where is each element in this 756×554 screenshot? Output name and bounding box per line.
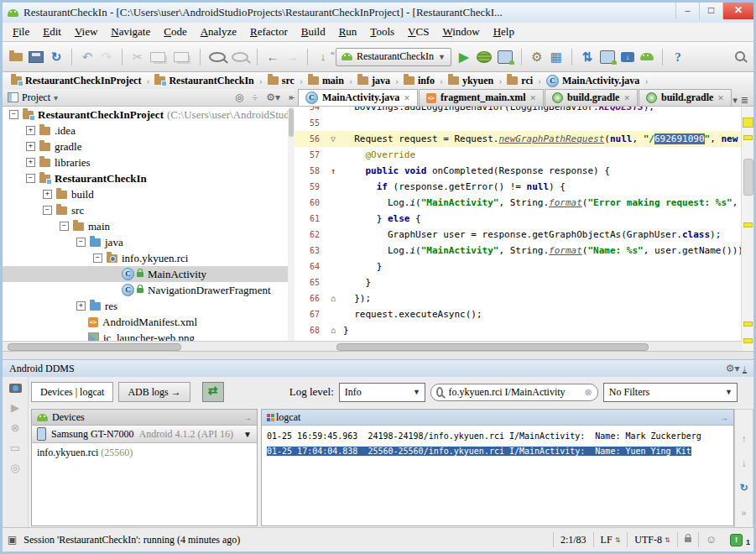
- collapse-all-icon[interactable]: ÷: [250, 91, 261, 104]
- toggle-toolwindows-icon[interactable]: ▣: [8, 534, 17, 546]
- gradle-sync-icon[interactable]: ⇅: [581, 50, 594, 65]
- warning-marker[interactable]: [743, 222, 753, 227]
- menu-window[interactable]: Window: [435, 24, 486, 40]
- tree-row[interactable]: −main: [3, 218, 295, 234]
- tree-row[interactable]: −java: [3, 234, 295, 250]
- maximize-button[interactable]: □: [699, 3, 722, 19]
- scrollbar-thumb[interactable]: [8, 343, 181, 351]
- tree-expand-toggle[interactable]: −: [43, 206, 52, 215]
- tab-dropdown-icon[interactable]: ▾: [733, 95, 738, 106]
- breadcrumb-item[interactable]: java: [356, 75, 392, 87]
- scrollbar-thumb[interactable]: [336, 343, 649, 351]
- warning-marker[interactable]: [743, 135, 753, 140]
- tree-expand-toggle[interactable]: −: [93, 253, 102, 263]
- save-all-icon[interactable]: [29, 51, 44, 63]
- back-icon[interactable]: ←: [266, 50, 279, 65]
- encoding-selector[interactable]: UTF-8⇅: [627, 532, 676, 547]
- log-line[interactable]: 01-25 16:59:45.963 24198-24198/info.ykyu…: [267, 429, 733, 444]
- tree-expand-toggle[interactable]: −: [26, 174, 35, 183]
- scroll-down-icon[interactable]: ↓: [742, 457, 747, 470]
- scroll-up-icon[interactable]: ↑: [742, 433, 747, 446]
- open-folder-icon[interactable]: [9, 53, 23, 61]
- device-monitor-icon[interactable]: [640, 53, 654, 60]
- close-tab-icon[interactable]: ✕: [404, 94, 410, 102]
- search-input[interactable]: [447, 385, 581, 400]
- minimize-button[interactable]: –: [675, 3, 699, 19]
- close-tab-icon[interactable]: ✕: [530, 94, 537, 102]
- filters-dropdown[interactable]: No Filters ▼: [603, 383, 738, 402]
- toolbar-search-icon[interactable]: [735, 50, 745, 65]
- menu-refactor[interactable]: Refactor: [243, 24, 295, 40]
- tree-row[interactable]: −src: [3, 202, 295, 218]
- tree-row[interactable]: +.idea: [3, 123, 295, 138]
- view-options-gear-icon[interactable]: ⚙▾: [263, 91, 283, 104]
- log-line[interactable]: 01-25 17:04:04.838 25560-25560/info.ykyu…: [267, 444, 733, 459]
- tree-expand-toggle[interactable]: +: [26, 126, 35, 135]
- warning-marker[interactable]: [743, 338, 753, 343]
- tree-expand-toggle[interactable]: +: [76, 301, 86, 311]
- breadcrumb-item[interactable]: RestaurantCheckIn: [153, 75, 255, 87]
- caret-position[interactable]: 2:1/83: [553, 532, 593, 547]
- fold-marker-icon[interactable]: ▽: [326, 131, 340, 147]
- screen-capture-icon[interactable]: [9, 384, 22, 393]
- editor-tab-fragment_main-xml[interactable]: <>fragment_main.xml✕: [419, 89, 544, 106]
- menu-file[interactable]: File: [6, 24, 36, 40]
- panel-menu-icon[interactable]: →: [243, 413, 252, 422]
- close-tab-icon[interactable]: ✕: [623, 94, 630, 102]
- close-tab-icon[interactable]: ✕: [717, 94, 724, 102]
- fold-marker-icon[interactable]: ⌂: [326, 322, 340, 338]
- locate-file-icon[interactable]: ◎: [232, 91, 246, 104]
- undo-icon[interactable]: ↶: [81, 50, 94, 65]
- line-separator-selector[interactable]: LF⇅: [593, 532, 628, 547]
- tree-row[interactable]: CNavigationDrawerFragment: [3, 282, 295, 298]
- tree-row[interactable]: −RestaurantCheckIn: [3, 170, 295, 186]
- debug-icon[interactable]: [477, 51, 492, 63]
- breadcrumb-item[interactable]: main: [306, 75, 346, 87]
- restart-adb-icon[interactable]: ⇄: [202, 382, 224, 402]
- breadcrumb-item[interactable]: info: [402, 75, 436, 87]
- fold-marker-icon[interactable]: ⌂: [326, 290, 340, 306]
- tree-row[interactable]: +gradle: [3, 138, 295, 154]
- project-structure-icon[interactable]: ▦: [550, 50, 563, 65]
- editor-tab-build-gradle[interactable]: build.gradle✕: [639, 89, 732, 106]
- tree-expand-toggle[interactable]: −: [9, 110, 18, 119]
- breadcrumb-item[interactable]: ykyuen: [446, 75, 495, 87]
- tree-row[interactable]: +libraries: [3, 154, 295, 170]
- logcat-output[interactable]: 01-25 16:59:45.963 24198-24198/info.ykyu…: [262, 426, 733, 459]
- tab-devices-logcat[interactable]: Devices | logcat: [31, 382, 113, 402]
- synchronize-icon[interactable]: ↻: [50, 50, 63, 65]
- project-tree-horizontal-scrollbar[interactable]: [3, 341, 295, 351]
- menu-tools[interactable]: Tools: [363, 24, 401, 40]
- menu-code[interactable]: Code: [157, 24, 193, 40]
- menu-vcs[interactable]: VCS: [401, 24, 435, 40]
- warning-marker[interactable]: [743, 321, 753, 327]
- run-icon[interactable]: ▶: [457, 50, 471, 65]
- settings-icon[interactable]: ⚙: [530, 50, 544, 65]
- tree-expand-toggle[interactable]: −: [60, 222, 69, 231]
- avd-manager-icon[interactable]: [600, 50, 615, 64]
- attach-debugger-icon[interactable]: [498, 50, 513, 64]
- close-button[interactable]: ✕: [722, 3, 753, 19]
- overriding-method-icon[interactable]: ↑: [326, 163, 340, 179]
- tree-expand-toggle[interactable]: +: [43, 190, 52, 199]
- code-editor[interactable]: 54 bovvings.addLoggingBehavior(LoggingBe…: [295, 107, 753, 351]
- ddms-dock-icon[interactable]: ↓: [743, 363, 748, 374]
- clear-search-icon[interactable]: ⊗: [585, 387, 592, 398]
- expand-icon[interactable]: »: [742, 506, 747, 519]
- tree-expand-toggle[interactable]: +: [26, 142, 35, 151]
- sdk-manager-icon[interactable]: ↓: [621, 52, 634, 62]
- menu-build[interactable]: Build: [295, 24, 332, 40]
- breadcrumb-item[interactable]: rci: [505, 75, 534, 87]
- device-selector[interactable]: Samsung GT-N7000 Android 4.1.2 (API 16) …: [32, 426, 257, 443]
- tree-row[interactable]: <>AndroidManifest.xml: [3, 314, 295, 330]
- tree-row[interactable]: CMainActivity: [3, 266, 295, 282]
- tree-row[interactable]: −info.ykyuen.rci: [3, 250, 295, 266]
- file-status-warning-marker[interactable]: [743, 118, 753, 128]
- readonly-lock-icon[interactable]: [677, 532, 698, 547]
- scrollbar-thumb[interactable]: [289, 108, 294, 137]
- editor-horizontal-scrollbar[interactable]: [295, 341, 742, 351]
- editor-tab-build-gradle[interactable]: build.gradle✕: [545, 89, 638, 106]
- tree-expand-toggle[interactable]: −: [76, 238, 86, 247]
- tree-expand-toggle[interactable]: +: [26, 158, 35, 167]
- tree-row[interactable]: +res: [3, 298, 295, 314]
